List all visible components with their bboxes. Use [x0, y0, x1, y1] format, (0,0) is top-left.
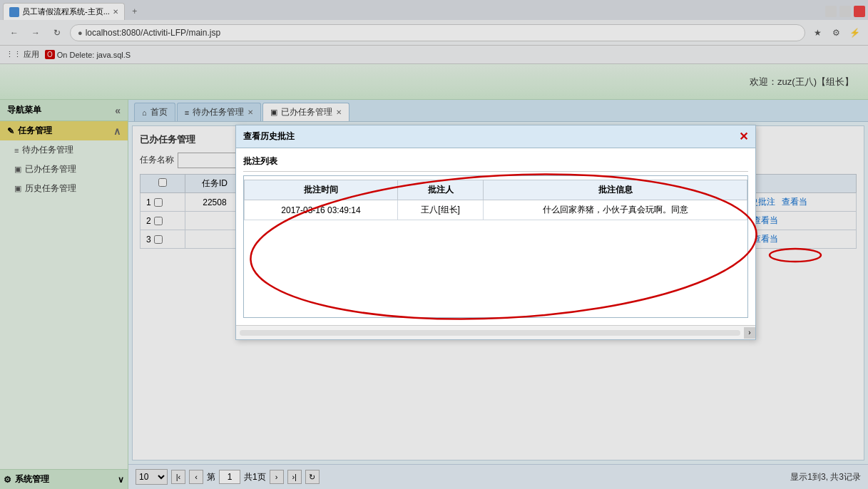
modal-overlay: 查看历史批注 ✕ 批注列表 批注时间 批注人 批注信息 — [0, 0, 868, 489]
modal-title: 查看历史批注 — [243, 130, 295, 143]
hist-time: 2017-03-16 03:49:14 — [245, 200, 398, 220]
hist-th-person: 批注人 — [398, 180, 484, 200]
modal-header: 查看历史批注 ✕ — [236, 125, 755, 148]
hist-info: 什么回家养猪，小伙子真会玩啊。同意 — [484, 200, 747, 220]
modal-scrollbar: › — [236, 325, 755, 339]
modal-section-title: 批注列表 — [243, 155, 748, 172]
hist-th-time: 批注时间 — [245, 180, 398, 200]
scroll-right-btn[interactable]: › — [744, 327, 755, 339]
history-table: 批注时间 批注人 批注信息 2017-03-16 03:49:14 王八[组长]… — [244, 180, 747, 220]
modal-content: 批注列表 批注时间 批注人 批注信息 2017-0 — [236, 148, 755, 325]
history-table-wrapper: 批注时间 批注人 批注信息 2017-03-16 03:49:14 王八[组长]… — [243, 175, 748, 318]
hist-th-info: 批注信息 — [484, 180, 747, 200]
modal-box: 查看历史批注 ✕ 批注列表 批注时间 批注人 批注信息 — [235, 125, 756, 340]
modal-close-btn[interactable]: ✕ — [739, 130, 748, 143]
history-row: 2017-03-16 03:49:14 王八[组长] 什么回家养猪，小伙子真会玩… — [245, 200, 747, 220]
hist-person: 王八[组长] — [398, 200, 484, 220]
modal-hscrollbar[interactable] — [240, 330, 740, 336]
